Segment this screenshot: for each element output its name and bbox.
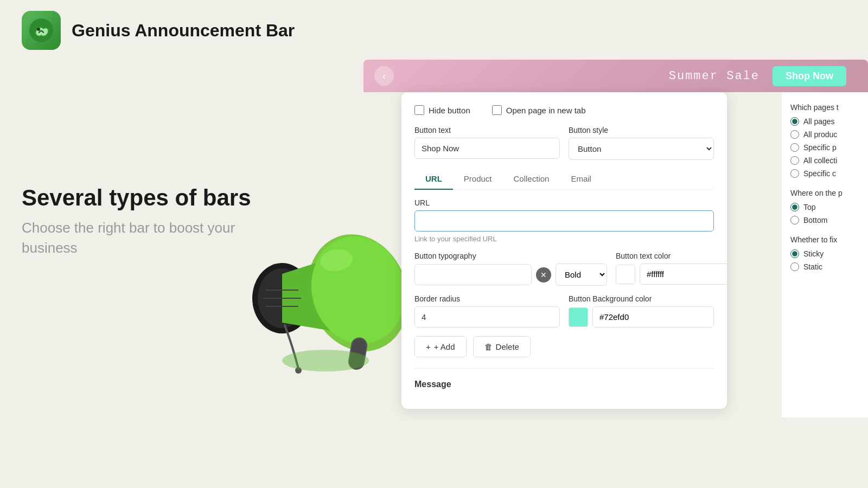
message-title: Message: [414, 380, 714, 389]
tab-product[interactable]: Product: [453, 169, 503, 190]
position-section-title: Where on the p: [790, 189, 859, 197]
bg-color-swatch[interactable]: [569, 307, 588, 327]
url-section: URL Link to your specified URL: [414, 198, 714, 243]
sticky-section-title: Whether to fix: [790, 235, 859, 244]
hide-button-checkbox-label[interactable]: Hide button: [414, 105, 470, 115]
delete-button[interactable]: 🗑 Delete: [473, 336, 531, 357]
link-tabs: URL Product Collection Email: [414, 169, 714, 190]
tab-url[interactable]: URL: [414, 169, 453, 190]
sticky-label-static: Static: [803, 262, 822, 271]
button-style-label: Button style: [569, 126, 714, 134]
pages-radio-group: All pages All produc Specific p All coll…: [790, 117, 859, 178]
app-logo: [22, 11, 61, 50]
open-new-tab-checkbox-label[interactable]: Open page in new tab: [492, 105, 586, 115]
pages-label-products: All produc: [803, 130, 837, 139]
button-text-input[interactable]: [414, 138, 560, 159]
button-text-color-group: Button text color: [616, 252, 727, 286]
checkbox-row: Hide button Open page in new tab: [414, 105, 714, 115]
pages-label-collections: All collecti: [803, 156, 837, 165]
sticky-radio-group: Sticky Static: [790, 249, 859, 271]
sticky-radio-sticky[interactable]: [790, 249, 799, 258]
add-button[interactable]: + + Add: [414, 336, 467, 357]
hide-button-checkbox[interactable]: [414, 105, 424, 115]
tab-collection[interactable]: Collection: [503, 169, 560, 190]
border-radius-input[interactable]: [414, 306, 560, 328]
border-bg-row: Border radius Button Background color: [414, 294, 714, 328]
right-panel: Which pages t All pages All produc Speci…: [781, 92, 868, 418]
position-option-bottom[interactable]: Bottom: [790, 216, 859, 224]
pages-section-title: Which pages t: [790, 103, 859, 112]
text-color-input-row: [616, 264, 727, 285]
pages-option-all[interactable]: All pages: [790, 117, 859, 126]
url-input[interactable]: [414, 210, 714, 232]
position-label-top: Top: [803, 203, 816, 211]
pages-option-collections[interactable]: All collecti: [790, 156, 859, 165]
svg-point-13: [282, 350, 369, 371]
app-header: Genius Announcement Bar: [0, 0, 868, 61]
button-text-group: Button text: [414, 126, 560, 160]
hide-button-label: Hide button: [429, 106, 470, 115]
text-color-swatch[interactable]: [616, 265, 635, 284]
sticky-label-sticky: Sticky: [803, 249, 824, 258]
delete-label: Delete: [496, 342, 519, 351]
button-bg-color-label: Button Background color: [569, 294, 714, 303]
font-weight-select[interactable]: Bold Normal Italic: [556, 264, 607, 286]
url-label: URL: [414, 198, 714, 207]
svg-point-5: [299, 226, 417, 354]
action-buttons: + + Add 🗑 Delete: [414, 336, 714, 357]
sticky-radio-static[interactable]: [790, 262, 799, 271]
bg-color-input-row: [569, 306, 714, 328]
border-radius-label: Border radius: [414, 294, 560, 303]
position-radio-group: Top Bottom: [790, 203, 859, 224]
pages-label-specific: Specific p: [803, 143, 837, 152]
svg-point-1: [37, 28, 40, 31]
pages-radio-collections[interactable]: [790, 156, 799, 165]
add-label: + Add: [434, 342, 455, 351]
megaphone-illustration: [228, 206, 423, 380]
pages-radio-all-pages[interactable]: [790, 117, 799, 126]
position-radio-bottom[interactable]: [790, 216, 799, 224]
typography-color-row: Button typography ✕ Bold Normal Italic B…: [414, 252, 714, 286]
typography-input-row: ✕ Bold Normal Italic: [414, 264, 607, 286]
app-title: Genius Announcement Bar: [72, 21, 295, 41]
button-typography-label: Button typography: [414, 252, 607, 260]
open-new-tab-checkbox[interactable]: [492, 105, 502, 115]
pages-label-specific-c: Specific c: [803, 169, 836, 178]
pages-option-products[interactable]: All produc: [790, 130, 859, 139]
text-color-input[interactable]: [640, 264, 727, 285]
button-text-color-label: Button text color: [616, 252, 727, 260]
settings-panel: Hide button Open page in new tab Button …: [401, 92, 727, 409]
position-radio-top[interactable]: [790, 203, 799, 211]
bar-sale-text: Summer Sale: [669, 69, 760, 83]
add-icon: +: [426, 342, 431, 351]
pages-option-specific-c[interactable]: Specific c: [790, 169, 859, 178]
position-label-bottom: Bottom: [803, 216, 827, 224]
trash-icon: 🗑: [484, 342, 493, 351]
url-hint: Link to your specified URL: [414, 235, 714, 243]
bar-shop-button[interactable]: Shop Now: [773, 66, 846, 86]
button-bg-color-group: Button Background color: [569, 294, 714, 328]
sticky-option-sticky[interactable]: Sticky: [790, 249, 859, 258]
pages-radio-products[interactable]: [790, 130, 799, 139]
button-text-style-section: Button text Button style Button Link Tex…: [414, 126, 714, 160]
button-style-group: Button style Button Link Text: [569, 126, 714, 160]
pages-radio-specific[interactable]: [790, 143, 799, 152]
clear-font-button[interactable]: ✕: [536, 267, 551, 282]
bar-back-button[interactable]: ‹: [374, 66, 394, 86]
button-typography-group: Button typography ✕ Bold Normal Italic: [414, 252, 607, 286]
pages-radio-specific-c[interactable]: [790, 169, 799, 178]
announcement-bar-preview: ‹ Summer Sale Shop Now: [363, 60, 868, 92]
message-section: Message: [414, 368, 714, 389]
sticky-option-static[interactable]: Static: [790, 262, 859, 271]
button-text-label: Button text: [414, 126, 560, 134]
open-new-tab-label: Open page in new tab: [506, 106, 586, 115]
bg-color-input[interactable]: [592, 306, 714, 328]
pages-label-all: All pages: [803, 117, 835, 126]
button-style-select[interactable]: Button Link Text: [569, 138, 714, 160]
font-input[interactable]: [414, 264, 532, 285]
pages-option-specific[interactable]: Specific p: [790, 143, 859, 152]
tab-email[interactable]: Email: [560, 169, 602, 190]
border-radius-group: Border radius: [414, 294, 560, 328]
position-option-top[interactable]: Top: [790, 203, 859, 211]
